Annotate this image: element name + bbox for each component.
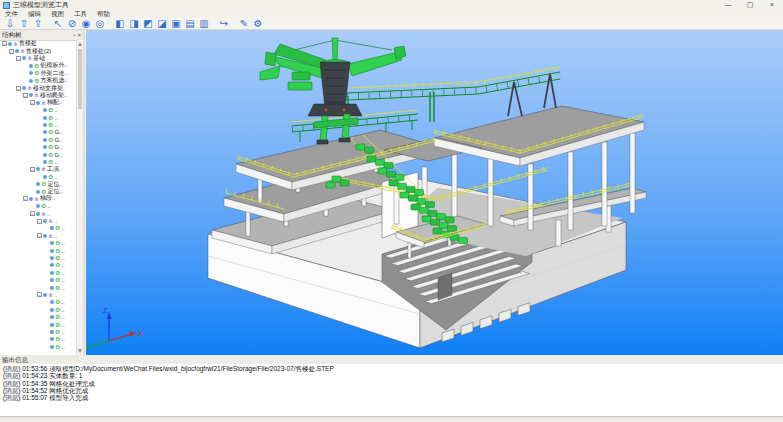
menu-item-2[interactable]: 视图 [46, 10, 69, 18]
tree-row-8[interactable]: −⋔梯配.. [0, 99, 76, 106]
share-icon[interactable]: ↪ [217, 18, 231, 29]
tree-scrollbar[interactable] [76, 40, 83, 355]
tree-row-12[interactable]: ⚙G.. [0, 129, 76, 136]
visibility-icon[interactable] [36, 182, 40, 186]
view-bottom-icon[interactable]: ▥ [197, 18, 211, 29]
visibility-icon[interactable] [43, 145, 47, 149]
tree-row-40[interactable]: ⚙.. [0, 336, 76, 343]
view-top-icon[interactable]: ▤ [183, 18, 197, 29]
visibility-icon[interactable] [15, 49, 19, 53]
tree-row-41[interactable]: ⚙.. [0, 343, 76, 350]
tree-row-27[interactable]: ⚙.. [0, 240, 76, 247]
visibility-icon[interactable] [43, 160, 47, 164]
hide-entity-icon[interactable]: ◎ [93, 18, 107, 29]
edit-icon[interactable]: ✎ [237, 18, 251, 29]
tree-row-24[interactable]: −⋔.. [0, 217, 76, 224]
tree-row-11[interactable]: ⚙.. [0, 121, 76, 128]
viewport-3d[interactable]: Z X [86, 30, 783, 355]
tree-row-39[interactable]: ⚙.. [0, 328, 76, 335]
visibility-icon[interactable] [50, 249, 54, 253]
scroll-down-icon[interactable] [78, 349, 82, 353]
scroll-up-icon[interactable] [78, 42, 82, 46]
visibility-icon[interactable] [50, 263, 54, 267]
visibility-icon[interactable] [43, 293, 47, 297]
visibility-icon[interactable] [43, 123, 47, 127]
tree-row-32[interactable]: ⚙.. [0, 277, 76, 284]
tree-row-23[interactable]: −⋔.. [0, 210, 76, 217]
menu-item-3[interactable]: 工具 [69, 10, 92, 18]
tree-row-9[interactable]: ⚙.. [0, 107, 76, 114]
output-log[interactable]: (消息) 01:53:56 读取模型D:/MyDocument/WeChat F… [0, 364, 783, 416]
visibility-icon[interactable] [43, 116, 47, 120]
visibility-icon[interactable] [29, 79, 33, 83]
tree-row-18[interactable]: ⚙.. [0, 173, 76, 180]
visibility-icon[interactable] [50, 241, 54, 245]
expander-icon[interactable]: − [37, 233, 42, 238]
expander-icon[interactable]: − [16, 56, 21, 61]
visibility-icon[interactable] [29, 71, 33, 75]
view-left-icon[interactable]: ◪ [155, 18, 169, 29]
tree-row-16[interactable]: ⚙.. [0, 158, 76, 165]
expander-icon[interactable]: − [23, 93, 28, 98]
tree-row-38[interactable]: ⚙.. [0, 321, 76, 328]
settings-gear-icon[interactable]: ⚙ [251, 18, 265, 29]
view-iso-icon[interactable]: ◧ [113, 18, 127, 29]
visibility-icon[interactable] [50, 337, 54, 341]
visibility-icon[interactable] [43, 175, 47, 179]
tree-row-21[interactable]: −⋔梯段.. [0, 195, 76, 202]
expander-icon[interactable]: − [9, 49, 14, 54]
visibility-icon[interactable] [50, 323, 54, 327]
tree-row-33[interactable]: ⚙.. [0, 284, 76, 291]
visibility-icon[interactable] [43, 138, 47, 142]
visibility-icon[interactable] [29, 197, 33, 201]
visibility-icon[interactable] [50, 286, 54, 290]
visibility-icon[interactable] [36, 212, 40, 216]
menu-item-0[interactable]: 文件 [0, 10, 23, 18]
expander-icon[interactable]: − [2, 41, 7, 46]
visibility-icon[interactable] [50, 256, 54, 260]
menu-item-4[interactable]: 帮助 [92, 10, 115, 18]
visibility-icon[interactable] [36, 190, 40, 194]
tree-row-20[interactable]: ⚙定位.. [0, 188, 76, 195]
visibility-icon[interactable] [50, 300, 54, 304]
expander-icon[interactable]: − [23, 196, 28, 201]
view-back-icon[interactable]: ◩ [141, 18, 155, 29]
tree-row-10[interactable]: ⚙.. [0, 114, 76, 121]
deselect-icon[interactable]: ⊘ [65, 18, 79, 29]
tree-row-25[interactable]: ⚙.. [0, 225, 76, 232]
visibility-icon[interactable] [43, 108, 47, 112]
visibility-icon[interactable] [50, 278, 54, 282]
maximize-button[interactable]: ▢ [739, 0, 761, 10]
visibility-icon[interactable] [22, 56, 26, 60]
expander-icon[interactable]: − [37, 292, 42, 297]
float-panel-icon[interactable]: ▫ [73, 31, 75, 39]
visibility-icon[interactable] [43, 130, 47, 134]
tree-row-34[interactable]: −⋔.. [0, 291, 76, 298]
visibility-icon[interactable] [8, 42, 12, 46]
expander-icon[interactable]: − [16, 86, 21, 91]
visibility-icon[interactable] [50, 308, 54, 312]
tree-row-22[interactable]: ⚙.. [0, 203, 76, 210]
minimize-button[interactable]: — [717, 0, 739, 10]
save-model-icon[interactable]: ⇪ [31, 18, 45, 29]
tree-row-30[interactable]: ⚙.. [0, 262, 76, 269]
visibility-icon[interactable] [22, 86, 26, 90]
import-model-icon[interactable]: ⇩ [3, 18, 17, 29]
tree-row-17[interactable]: −⋔工演.. [0, 166, 76, 173]
visibility-icon[interactable] [29, 93, 33, 97]
visibility-icon[interactable] [43, 234, 47, 238]
tree-row-26[interactable]: −⋔.. [0, 232, 76, 239]
visibility-icon[interactable] [50, 330, 54, 334]
view-front-icon[interactable]: ◨ [127, 18, 141, 29]
close-panel-icon[interactable]: × [77, 31, 81, 39]
visibility-icon[interactable] [50, 271, 54, 275]
visibility-icon[interactable] [29, 64, 33, 68]
visibility-icon[interactable] [43, 219, 47, 223]
tree-row-35[interactable]: ⚙.. [0, 299, 76, 306]
visibility-icon[interactable] [50, 345, 54, 349]
tree-row-13[interactable]: ⚙G.. [0, 136, 76, 143]
tree-row-37[interactable]: ⚙.. [0, 313, 76, 320]
select-cursor-icon[interactable]: ↖ [51, 18, 65, 29]
visibility-icon[interactable] [43, 153, 47, 157]
expander-icon[interactable]: − [30, 167, 35, 172]
